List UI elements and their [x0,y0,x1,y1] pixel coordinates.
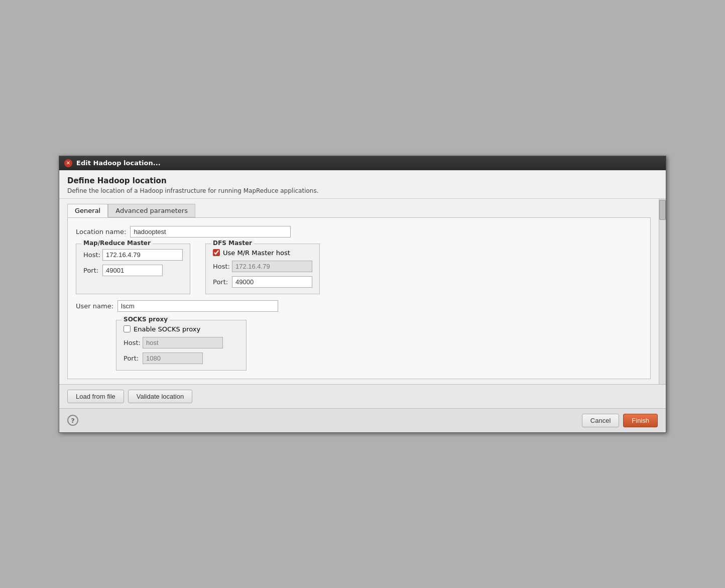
mr-host-row: Host: [83,249,183,261]
finish-button[interactable]: Finish [623,414,658,427]
socks-port-row: Port: [124,352,239,364]
dfs-port-input[interactable] [232,276,312,288]
title-bar: ✕ Edit Hadoop location... [59,156,666,170]
tab-advanced-parameters[interactable]: Advanced parameters [108,204,195,217]
use-mr-master-label: Use M/R Master host [223,249,290,257]
validate-location-button[interactable]: Validate location [128,390,192,403]
master-groups: Map/Reduce Master Host: Port: [76,244,642,294]
mr-port-row: Port: [83,265,183,276]
username-row: User name: [76,300,642,312]
load-from-file-button[interactable]: Load from file [67,390,124,403]
cancel-button[interactable]: Cancel [582,414,619,427]
header-title: Define Hadoop location [67,176,658,185]
socks-host-label: Host: [124,339,143,346]
footer-bar: ? Cancel Finish [59,408,666,432]
socks-port-input[interactable] [143,352,203,364]
header-section: Define Hadoop location Define the locati… [59,170,666,199]
header-description: Define the location of a Hadoop infrastr… [67,187,658,194]
location-name-label: Location name: [76,228,126,236]
mr-host-input[interactable] [102,249,183,261]
use-mr-master-row: Use M/R Master host [213,249,312,257]
mapreduce-master-label: Map/Reduce Master [81,240,153,247]
content-area: General Advanced parameters Location nam… [59,199,666,384]
dfs-host-input[interactable] [232,261,312,272]
use-mr-master-checkbox[interactable] [213,249,220,256]
dfs-port-label: Port: [213,278,232,286]
scroll-thumb[interactable] [659,200,666,220]
window-icon: ✕ [64,159,72,167]
tabs-container: General Advanced parameters [67,204,651,217]
enable-socks-row: Enable SOCKS proxy [124,325,239,333]
dialog-title: Edit Hadoop location... [76,159,161,167]
dfs-host-label: Host: [213,263,232,270]
footer-buttons: Cancel Finish [582,414,658,427]
socks-host-row: Host: [124,337,239,348]
dfs-host-row: Host: [213,261,312,272]
location-name-input[interactable] [130,226,291,238]
tab-content-general: Location name: Map/Reduce Master Host: [67,217,651,379]
dfs-master-label: DFS Master [211,240,254,247]
socks-host-input[interactable] [143,337,223,348]
socks-proxy-group: SOCKS proxy Enable SOCKS proxy Host: Por… [116,320,247,371]
mr-host-label: Host: [83,251,102,259]
mapreduce-master-group: Map/Reduce Master Host: Port: [76,244,190,294]
mr-port-label: Port: [83,267,102,274]
side-scrollbar[interactable] [659,199,666,384]
socks-port-label: Port: [124,355,143,362]
dfs-master-group: DFS Master Use M/R Master host Host: Por… [205,244,320,294]
enable-socks-label: Enable SOCKS proxy [134,325,200,333]
username-input[interactable] [117,300,278,312]
tab-general[interactable]: General [67,204,108,217]
enable-socks-checkbox[interactable] [124,325,131,332]
username-label: User name: [76,302,113,310]
help-button[interactable]: ? [67,415,78,426]
mr-port-input[interactable] [102,265,163,276]
socks-proxy-label: SOCKS proxy [122,316,170,323]
location-name-row: Location name: [76,226,642,238]
dialog-window: ✕ Edit Hadoop location... Define Hadoop … [59,156,666,433]
dialog-body: Define Hadoop location Define the locati… [59,170,666,432]
dfs-port-row: Port: [213,276,312,288]
bottom-bar: Load from file Validate location [59,384,666,408]
